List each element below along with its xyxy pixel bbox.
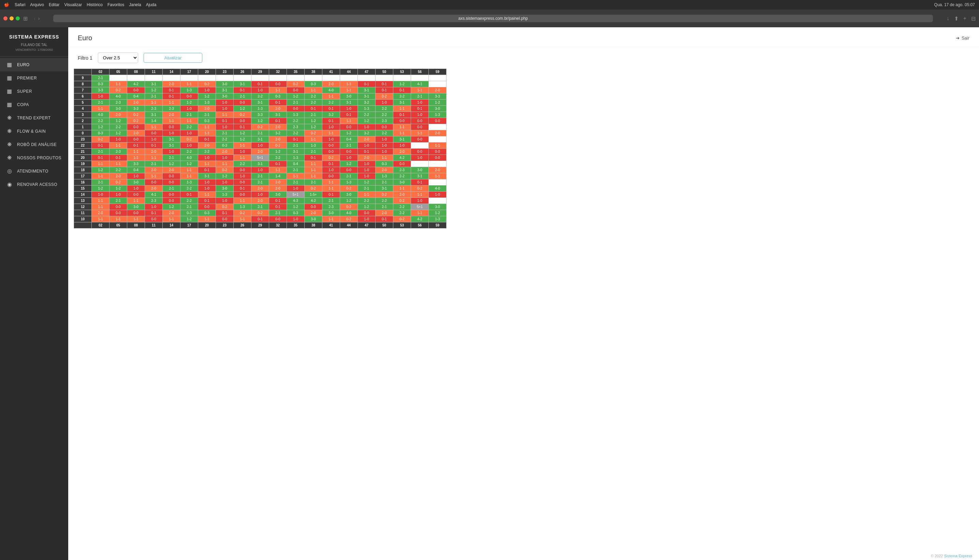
sidebar-label-trend-expert: TREND EXPERT <box>17 116 50 120</box>
cell: 1-1 <box>322 130 340 137</box>
cell: 4-2 <box>393 155 411 161</box>
sidebar: SISTEMA EXPRESS FULANO DE TAL VENCIMENTO… <box>0 27 68 560</box>
cell: 0-2 <box>198 81 216 87</box>
cell: 3-2 <box>322 112 340 118</box>
menu-visualizar[interactable]: Visualizar <box>64 2 82 7</box>
cell: 1-3 <box>216 192 233 198</box>
cell: 2-1 <box>145 161 163 167</box>
cell: 2-0 <box>322 81 340 87</box>
forward-button[interactable]: › <box>38 16 40 21</box>
cell: 2-1 <box>287 100 305 106</box>
table-row: 141-01-00-04-10-00-11-11-30-01-03-05+11-… <box>74 192 447 198</box>
cell: 0-2 <box>269 143 287 149</box>
cell: 2-1 <box>216 130 233 137</box>
cell: 1-2 <box>92 124 110 130</box>
cell: 1-0 <box>429 192 447 198</box>
menu-historico[interactable]: Histórico <box>87 2 103 7</box>
new-tab-icon[interactable]: + <box>963 15 966 22</box>
cell: 1-3 <box>429 216 447 222</box>
menu-safari[interactable]: Safari <box>15 2 25 7</box>
cell: 0-0 <box>340 167 358 173</box>
cell: 3-2 <box>269 130 287 137</box>
menu-ajuda[interactable]: Ajuda <box>146 2 157 7</box>
fullscreen-button[interactable] <box>16 17 20 20</box>
cell: 2-3 <box>287 124 305 130</box>
cell: 1-0 <box>375 100 393 106</box>
cell: 2-0 <box>252 149 269 155</box>
minimize-button[interactable] <box>10 17 13 20</box>
sidebar-item-super[interactable]: ▦ SUPER <box>0 85 68 98</box>
cell: 1-2 <box>233 137 252 143</box>
cell: 5+1 <box>287 192 305 198</box>
cell: 1-3 <box>287 155 305 161</box>
cell: 0-3 <box>375 161 393 167</box>
cell: 0-1 <box>163 87 180 93</box>
close-button[interactable] <box>3 17 8 20</box>
sidebar-item-flow-gain[interactable]: ❋ FLOW & GAIN <box>0 125 68 138</box>
menu-arquivo[interactable]: Arquivo <box>30 2 44 7</box>
menu-favoritos[interactable]: Favoritos <box>107 2 124 7</box>
sidebar-item-robo-analise[interactable]: ❋ ROBÔ DE ANÁLISE <box>0 138 68 151</box>
sidebar-item-premier[interactable]: ▦ PREMIER <box>0 71 68 85</box>
cell: 0-2 <box>393 216 411 222</box>
sidebar-toggle-icon[interactable]: ⊞ <box>23 15 28 22</box>
cell: 1-2 <box>110 130 127 137</box>
cell: 2-1 <box>252 130 269 137</box>
cell: 3-1 <box>411 173 429 179</box>
sidebar-item-nossos-produtos[interactable]: ❋ NOSSOS PRODUTOS <box>0 151 68 164</box>
update-button[interactable]: Atualizar <box>143 53 203 63</box>
address-bar[interactable]: axs.sistemaexpress.com.br/painel.php <box>53 15 932 22</box>
sidebar-item-renovar-acesso[interactable]: ◉ RENOVAR ACESSO <box>0 178 68 191</box>
sidebar-item-euro[interactable]: ▦ EURO <box>0 58 68 71</box>
cell: 0-0 <box>127 137 145 143</box>
table-row: 22-21-20-21-41-11-10-30-10-01-20-12-21-2… <box>74 118 447 124</box>
sidebar-label-premier: PREMIER <box>17 76 37 80</box>
back-button[interactable]: ‹ <box>34 16 35 21</box>
sidebar-item-trend-expert[interactable]: ❋ TREND EXPERT <box>0 111 68 125</box>
cell: 0-1 <box>163 93 180 100</box>
cell: 0-3 <box>198 118 216 124</box>
col-footer-26: 26 <box>233 222 252 228</box>
menu-editar[interactable]: Editar <box>49 2 59 7</box>
cell: 3-1 <box>145 81 163 87</box>
cell: 2-2 <box>305 93 322 100</box>
tab-overview-icon[interactable]: ⊟ <box>971 15 976 22</box>
col-footer-53: 53 <box>393 222 411 228</box>
download-icon[interactable]: ↓ <box>947 15 949 22</box>
table-row: 80-31-14-23-12-01-10-23-03-10-10-00-20-3… <box>74 81 447 87</box>
cell: 1-2 <box>429 210 447 216</box>
table-row: 230-21-00-01-03-10-20-12-21-23-12-00-11-… <box>74 137 447 143</box>
cell: 2-1 <box>252 204 269 210</box>
cell: 3-1 <box>233 81 252 87</box>
page-title: Euro <box>78 34 92 42</box>
filter-bar: Filtro 1 Over 2.5 Under 2.5 Over 1.5 Und… <box>68 47 979 68</box>
logout-button[interactable]: ➜ Sair <box>956 35 969 41</box>
col-footer-17: 17 <box>180 222 198 228</box>
cell: 0-0 <box>305 204 322 210</box>
share-icon[interactable]: ⬆ <box>954 15 959 22</box>
cell: 1-1 <box>127 149 145 155</box>
cell: 2-1 <box>322 198 340 204</box>
menu-janela[interactable]: Janela <box>129 2 141 7</box>
cell: 0-1 <box>322 106 340 112</box>
sidebar-item-atendimento[interactable]: ◎ ATENDIMENTO <box>0 164 68 178</box>
cell: 2-1 <box>340 143 358 149</box>
cell: 0-1 <box>269 118 287 124</box>
filter-select[interactable]: Over 2.5 Under 2.5 Over 1.5 Under 1.5 <box>98 53 138 63</box>
cell: 2-2 <box>358 198 375 204</box>
apple-menu[interactable]: 🍎 <box>4 2 9 7</box>
cell: 0-2 <box>233 112 252 118</box>
cell: 3-1 <box>358 87 375 93</box>
cell: 0-1 <box>322 192 340 198</box>
table-row: 200-10-11-11-12-14-01-01-01-15+12-21-30-… <box>74 155 447 161</box>
cell: 2-0 <box>110 173 127 179</box>
cell: 1-0 <box>145 204 163 210</box>
cell: 0-0 <box>411 124 429 130</box>
footer-link[interactable]: Sistema Express <box>944 554 972 558</box>
cell: 2-0 <box>198 143 216 149</box>
cell: 1-1 <box>322 179 340 185</box>
cell: 0-2 <box>110 87 127 93</box>
browser-chrome: ⊞ ‹ › axs.sistemaexpress.com.br/painel.p… <box>0 10 979 27</box>
cell: 1-2 <box>340 130 358 137</box>
sidebar-item-copa[interactable]: ▦ COPA <box>0 98 68 111</box>
